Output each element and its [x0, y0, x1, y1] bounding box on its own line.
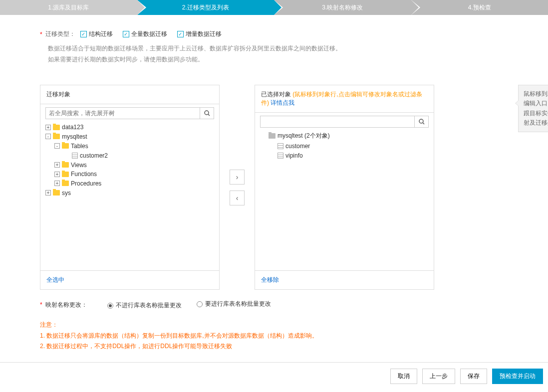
- object-edit-tooltip: 鼠标移到对象上，点击编辑入口，即可配置源跟目标实例的对象名映射及迁移列选择: [518, 85, 548, 132]
- tree-node-label: Functions: [71, 171, 97, 178]
- prev-button[interactable]: 上一步: [422, 369, 455, 384]
- rename-label: 映射名称更改：: [45, 301, 87, 309]
- source-panel-title: 迁移对象: [46, 91, 70, 98]
- cancel-button[interactable]: 取消: [390, 369, 417, 384]
- source-search-input[interactable]: [46, 108, 200, 119]
- folder-icon: [53, 190, 60, 196]
- selected-tree-node[interactable]: mysqltest (2个对象): [260, 131, 429, 141]
- rename-option-0[interactable]: 不进行库表名称批量更改: [107, 301, 182, 310]
- search-icon: [419, 119, 425, 125]
- required-mark: *: [40, 301, 42, 308]
- source-tree-node[interactable]: -Tables: [45, 141, 214, 151]
- wizard-step-1[interactable]: 1.源库及目标库: [0, 0, 137, 15]
- radio-icon: [107, 303, 113, 309]
- checkbox-label: 结构迁移: [89, 30, 113, 38]
- selected-search-button[interactable]: [414, 116, 428, 127]
- folder-icon: [62, 172, 69, 177]
- folder-icon: [269, 133, 275, 139]
- checkbox-icon: ✓: [177, 31, 184, 37]
- tree-toggle-icon[interactable]: +: [45, 125, 51, 130]
- source-tree-node[interactable]: -mysqltest: [45, 132, 214, 141]
- selected-search-input[interactable]: [261, 116, 414, 127]
- transfer-buttons: › ‹: [220, 85, 255, 290]
- tree-node-label: Tables: [71, 143, 88, 150]
- checkbox-icon: ✓: [80, 31, 87, 37]
- tree-node-label: customer2: [80, 152, 108, 159]
- checkbox-icon: ✓: [123, 31, 129, 37]
- migration-type-checkbox-2[interactable]: ✓增量数据迁移: [177, 30, 222, 38]
- source-objects-panel: 迁移对象 +data123-mysqltest-Tablescustomer2+…: [40, 85, 220, 290]
- tree-toggle-icon[interactable]: +: [54, 181, 60, 186]
- svg-point-2: [419, 119, 423, 123]
- tree-toggle-icon[interactable]: +: [54, 162, 60, 168]
- source-search-button[interactable]: [200, 108, 214, 119]
- wizard-step-3[interactable]: 3.映射名称修改: [274, 0, 411, 15]
- migration-type-checkbox-0[interactable]: ✓结构迁移: [80, 30, 113, 38]
- selected-tree-node[interactable]: customer: [260, 141, 429, 151]
- svg-line-3: [423, 123, 424, 124]
- source-tree-node[interactable]: +Procedures: [45, 179, 214, 188]
- source-tree[interactable]: +data123-mysqltest-Tablescustomer2+Views…: [40, 122, 219, 270]
- selected-tree[interactable]: mysqltest (2个对象)customervipinfo: [255, 131, 434, 270]
- remove-all-link[interactable]: 全移除: [261, 276, 279, 283]
- table-icon: [277, 153, 283, 159]
- table-icon: [277, 143, 283, 149]
- select-all-link[interactable]: 全选中: [46, 276, 64, 283]
- search-icon: [204, 110, 210, 116]
- folder-icon: [62, 162, 69, 168]
- source-tree-node[interactable]: +data123: [45, 122, 214, 132]
- folder-icon: [53, 125, 60, 130]
- selected-tree-node[interactable]: vipinfo: [260, 151, 429, 160]
- move-left-button[interactable]: ‹: [230, 191, 245, 205]
- selected-panel-header: 已选择对象 (鼠标移到对象行,点击编辑可修改对象名或过滤条件) 详情点我: [255, 85, 434, 113]
- notice-title: 注意：: [40, 320, 508, 331]
- wizard-step-2[interactable]: 2.迁移类型及列表: [137, 0, 274, 15]
- source-panel-header: 迁移对象: [40, 85, 219, 104]
- tree-node-label: data123: [62, 124, 83, 131]
- radio-label: 不进行库表名称批量更改: [116, 301, 182, 310]
- tree-node-label: sys: [62, 190, 71, 196]
- table-icon: [72, 153, 78, 159]
- tree-toggle-icon[interactable]: -: [54, 143, 60, 149]
- tree-node-label: mysqltest (2个对象): [277, 132, 330, 139]
- move-right-button[interactable]: ›: [230, 170, 245, 185]
- folder-icon: [53, 134, 60, 139]
- source-search-box: [45, 107, 214, 119]
- source-panel-footer: 全选中: [40, 270, 219, 289]
- selected-hint-link[interactable]: 详情点我: [271, 99, 294, 106]
- rename-option-1[interactable]: 要进行库表名称批量更改: [197, 300, 271, 308]
- object-transfer: 迁移对象 +data123-mysqltest-Tablescustomer2+…: [40, 85, 508, 290]
- source-tree-node[interactable]: +sys: [45, 188, 214, 197]
- required-mark: *: [40, 31, 42, 38]
- migration-type-row: * 迁移类型： ✓结构迁移✓全量数据迁移✓增量数据迁移: [40, 30, 508, 38]
- tree-node-label: vipinfo: [285, 152, 303, 159]
- selected-search-box: [260, 116, 429, 128]
- notice-block: 注意： 1. 数据迁移只会将源库的数据（结构）复制一份到目标数据库,并不会对源数…: [40, 320, 508, 352]
- source-tree-node[interactable]: +Functions: [45, 169, 214, 179]
- svg-point-0: [205, 111, 209, 115]
- source-tree-node[interactable]: customer2: [45, 151, 214, 160]
- footer-actions: 取消 上一步 保存 预检查并启动: [0, 362, 548, 390]
- checkbox-label: 全量数据迁移: [131, 30, 167, 38]
- wizard-step-4[interactable]: 4.预检查: [411, 0, 548, 15]
- precheck-button[interactable]: 预检查并启动: [492, 369, 543, 384]
- folder-icon: [62, 181, 69, 186]
- tree-node-label: Views: [71, 161, 87, 168]
- tree-toggle-icon[interactable]: -: [45, 134, 51, 139]
- folder-icon: [62, 143, 69, 149]
- desc-line2: 如果需要进行长期的数据实时同步，请使用数据同步功能。: [48, 54, 508, 65]
- selected-panel-title: 已选择对象: [261, 91, 291, 98]
- tree-toggle-icon[interactable]: +: [54, 172, 60, 177]
- source-tree-node[interactable]: +Views: [45, 160, 214, 170]
- save-button[interactable]: 保存: [460, 369, 487, 384]
- migration-type-label: 迁移类型：: [45, 30, 75, 38]
- selected-objects-panel: 已选择对象 (鼠标移到对象行,点击编辑可修改对象名或过滤条件) 详情点我 mys…: [255, 85, 434, 290]
- migration-description: 数据迁移适合于短期的数据迁移场景，主要应用于上云迁移、数据库扩容拆分及阿里云数据…: [48, 43, 508, 65]
- tree-toggle-icon[interactable]: +: [45, 190, 51, 196]
- migration-type-checkbox-1[interactable]: ✓全量数据迁移: [123, 30, 167, 38]
- rename-row: * 映射名称更改： 不进行库表名称批量更改要进行库表名称批量更改: [40, 300, 508, 310]
- tree-node-label: mysqltest: [62, 133, 87, 140]
- selected-panel-footer: 全移除: [255, 270, 434, 289]
- radio-label: 要进行库表名称批量更改: [205, 300, 271, 308]
- wizard-steps: 1.源库及目标库2.迁移类型及列表3.映射名称修改4.预检查: [0, 0, 548, 15]
